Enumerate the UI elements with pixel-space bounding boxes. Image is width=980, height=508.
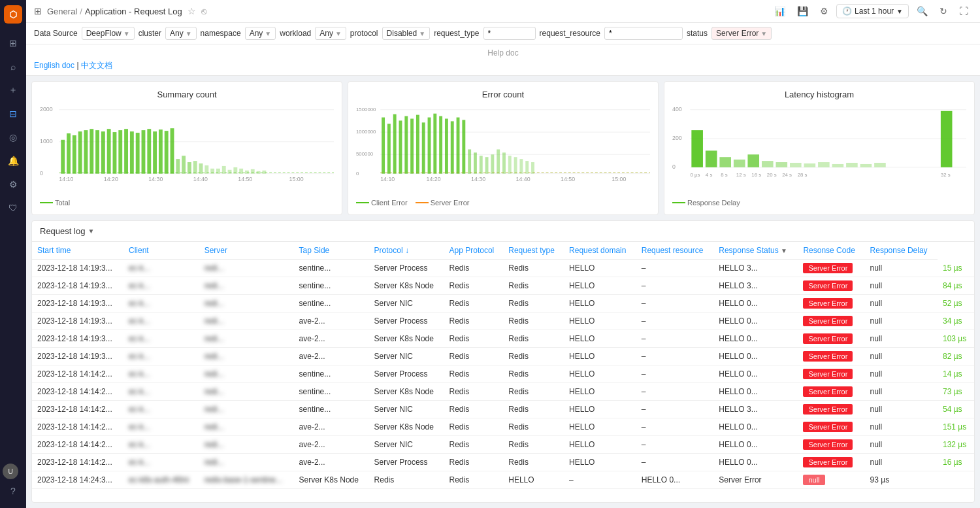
data-source-label: Data Source [34, 29, 78, 38]
table-cell: Redis [444, 383, 504, 401]
table-cell: HELLO [564, 383, 636, 401]
col-response-delay[interactable]: Response Delay [865, 242, 938, 260]
breadcrumb-sep1: / [80, 7, 82, 16]
sidebar-icon-grid[interactable]: ⊞ [3, 33, 24, 54]
col-response-code[interactable]: Resonse Code [798, 242, 864, 260]
svg-text:14:20: 14:20 [104, 176, 118, 181]
time-range-selector[interactable]: 🕐 Last 1 hour ▼ [836, 4, 909, 18]
table-cell: HELLO 0... [713, 295, 798, 313]
table-cell: HELLO 0... [713, 365, 798, 383]
summary-chart-title: Summary count [40, 90, 334, 99]
table-cell: sentine... [294, 401, 369, 418]
svg-rect-58 [387, 124, 391, 173]
app-logo[interactable]: ⬡ [4, 5, 22, 24]
table-cell: null [865, 277, 938, 295]
table-body: 2023-12-18 14:19:3...ec-k...redi...senti… [32, 260, 974, 489]
col-client[interactable]: Client [123, 242, 199, 260]
sidebar-icon-settings[interactable]: ⚙ [3, 174, 24, 195]
topbar: ⊞ General / Application - Request Log ☆ … [26, 0, 980, 23]
workload-select[interactable]: Any ▼ [315, 27, 346, 40]
col-server[interactable]: Server [199, 242, 294, 260]
col-response-status[interactable]: Response Status ▼ [713, 242, 798, 260]
gear-icon-btn[interactable]: ⚙ [816, 4, 832, 18]
share-icon[interactable]: ⎋ [201, 6, 206, 16]
refresh-btn[interactable]: ↻ [936, 4, 951, 18]
table-row[interactable]: 2023-12-18 14:19:3...ec-k...redi...senti… [32, 295, 974, 313]
namespace-select[interactable]: Any ▼ [245, 27, 276, 40]
workload-label: workload [280, 29, 311, 38]
table-row[interactable]: 2023-12-18 14:14:2...ec-k...redi...ave-2… [32, 418, 974, 436]
table-cell: sentine... [294, 277, 369, 295]
svg-rect-37 [239, 169, 243, 174]
table-row[interactable]: 2023-12-18 14:14:2...ec-k...redi...senti… [32, 365, 974, 383]
sidebar-icon-help[interactable]: ? [3, 481, 24, 501]
table-row[interactable]: 2023-12-18 14:19:3...ec-k...redi...ave-2… [32, 313, 974, 330]
col-app-protocol[interactable]: App Protocol [444, 242, 504, 260]
english-doc-link[interactable]: English doc [34, 61, 74, 70]
table-row[interactable]: 2023-12-18 14:19:3...ec-k...redi...ave-2… [32, 330, 974, 348]
col-start-time[interactable]: Start time [32, 242, 123, 260]
sidebar-icon-circle[interactable]: ◎ [3, 127, 24, 148]
table-cell: Server NIC [369, 295, 444, 313]
table-row[interactable]: 2023-12-18 14:19:3...ec-k...redi...senti… [32, 277, 974, 295]
table-row[interactable]: 2023-12-18 14:14:2...ec-k...redi...senti… [32, 383, 974, 401]
fullscreen-btn[interactable]: ⛶ [955, 4, 972, 18]
svg-rect-26 [176, 159, 180, 173]
star-icon[interactable]: ☆ [188, 6, 196, 16]
table-cell: 14 µs [938, 365, 974, 383]
table-row[interactable]: 2023-12-18 14:19:3...ec-k...redi...ave-2… [32, 348, 974, 365]
chart-icon-btn[interactable]: 📊 [770, 4, 789, 18]
svg-rect-20 [142, 130, 146, 174]
table-cell: Server Error [798, 401, 864, 418]
table-row[interactable]: 2023-12-18 14:19:3...ec-k...redi...senti… [32, 260, 974, 277]
latency-chart-title: Latency histogram [672, 90, 966, 99]
table-row[interactable]: 2023-12-18 14:14:2...ec-k...redi...ave-2… [32, 454, 974, 471]
table-cell: redi... [199, 365, 294, 383]
save-icon-btn[interactable]: 💾 [793, 4, 812, 18]
data-source-select[interactable]: DeepFlow ▼ [82, 27, 135, 40]
request-type-input[interactable] [483, 27, 536, 40]
sidebar-icon-user[interactable]: U [3, 464, 18, 479]
table-cell: Redis [444, 436, 504, 454]
table-cell: ec-k... [123, 383, 199, 401]
col-request-type[interactable]: Request type [503, 242, 564, 260]
col-tap-side[interactable]: Tap Side [294, 242, 369, 260]
sidebar-icon-bell[interactable]: 🔔 [3, 150, 24, 171]
svg-rect-73 [474, 152, 477, 173]
breadcrumb: General / Application - Request Log [47, 7, 182, 16]
sidebar-icon-search[interactable]: ⌕ [3, 56, 24, 77]
table-row[interactable]: 2023-12-18 14:14:2...ec-k...redi...senti… [32, 401, 974, 418]
table-cell: HELLO 0... [713, 383, 798, 401]
svg-rect-28 [188, 162, 191, 174]
chinese-doc-link[interactable]: 中文文档 [81, 61, 112, 70]
table-row[interactable]: 2023-12-18 14:24:3...ec-k8s-auth-46lnire… [32, 471, 974, 489]
sidebar-icon-shield[interactable]: 🛡 [3, 197, 24, 218]
table-scroll-area[interactable]: Start time Client Server Tap Side Protoc… [32, 242, 974, 502]
sidebar-icon-add[interactable]: ＋ [3, 80, 24, 101]
cluster-select[interactable]: Any ▼ [165, 27, 197, 40]
table-title: Request log [40, 226, 85, 236]
table-row[interactable]: 2023-12-18 14:14:2...ec-k...redi...ave-2… [32, 436, 974, 454]
col-request-resource[interactable]: Request resource [636, 242, 714, 260]
svg-rect-33 [216, 169, 220, 174]
svg-rect-77 [497, 149, 500, 173]
table-cell: sentine... [294, 365, 369, 383]
sidebar-icon-apps[interactable]: ⊟ [3, 103, 24, 124]
table-cell: HELLO [564, 277, 636, 295]
zoom-in-btn[interactable]: 🔍 [913, 4, 932, 18]
col-request-domain[interactable]: Request domain [564, 242, 636, 260]
status-arrow: ▼ [760, 30, 767, 37]
table-cell: Redis [503, 313, 564, 330]
table-cell: 73 µs [938, 383, 974, 401]
namespace-label: namespace [201, 29, 241, 38]
col-protocol[interactable]: Protocol ↓ [369, 242, 444, 260]
svg-text:32 s: 32 s [941, 172, 951, 178]
table-cell: redi... [199, 348, 294, 365]
status-badge: Server Error [803, 351, 853, 362]
table-cell: Redis [503, 454, 564, 471]
status-select[interactable]: Server Error ▼ [711, 27, 772, 40]
table-title-arrow[interactable]: ▼ [88, 228, 94, 235]
request-resource-input[interactable] [604, 27, 683, 40]
svg-rect-23 [159, 129, 163, 173]
protocol-select[interactable]: Disabled ▼ [382, 27, 431, 40]
